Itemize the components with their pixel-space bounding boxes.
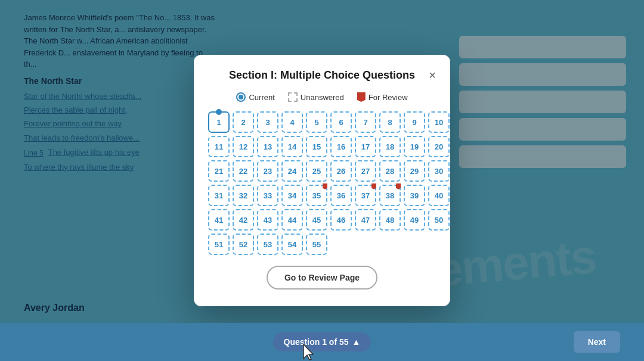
question-cell-11[interactable]: 11 — [208, 136, 230, 157]
question-cell-51[interactable]: 51 — [208, 234, 230, 255]
go-to-review-button[interactable]: Go to Review Page — [267, 266, 377, 290]
question-cell-52[interactable]: 52 — [233, 234, 254, 255]
question-cell-26[interactable]: 26 — [330, 160, 352, 182]
question-cell-45[interactable]: 45 — [306, 209, 327, 231]
question-cell-32[interactable]: 32 — [233, 185, 254, 206]
modal-title: Section I: Multiple Choice Questions — [229, 69, 415, 82]
modal-overlay: Section I: Multiple Choice Questions × C… — [0, 0, 644, 361]
question-cell-29[interactable]: 29 — [404, 160, 425, 182]
question-cell-27[interactable]: 27 — [355, 160, 376, 182]
question-cell-18[interactable]: 18 — [379, 136, 401, 157]
question-cell-37[interactable]: 37 — [355, 185, 376, 206]
question-cell-8[interactable]: 8 — [379, 111, 401, 133]
next-button[interactable]: Next — [574, 331, 620, 353]
question-cell-54[interactable]: 54 — [281, 234, 303, 255]
question-cell-38[interactable]: 38 — [379, 185, 401, 206]
question-cell-4[interactable]: 4 — [281, 111, 303, 133]
question-cell-28[interactable]: 28 — [379, 160, 401, 182]
unanswered-icon — [288, 92, 298, 102]
legend-unanswered-label: Unanswered — [301, 93, 344, 102]
question-cell-47[interactable]: 47 — [355, 209, 376, 231]
question-cell-5[interactable]: 5 — [306, 111, 327, 133]
question-cell-50[interactable]: 50 — [428, 209, 450, 231]
question-cell-16[interactable]: 16 — [330, 136, 352, 157]
question-cell-15[interactable]: 15 — [306, 136, 327, 157]
question-cell-31[interactable]: 31 — [208, 185, 230, 206]
question-cell-55[interactable]: 55 — [306, 234, 327, 255]
question-cell-1[interactable]: 1 — [208, 111, 230, 133]
question-cell-39[interactable]: 39 — [404, 185, 425, 206]
question-grid: 1234567891011121314151617181920212223242… — [208, 111, 436, 255]
question-cell-17[interactable]: 17 — [355, 136, 376, 157]
legend-review-label: For Review — [369, 93, 408, 102]
question-cell-12[interactable]: 12 — [233, 136, 254, 157]
question-cell-22[interactable]: 22 — [233, 160, 254, 182]
question-cell-20[interactable]: 20 — [428, 136, 450, 157]
question-cell-3[interactable]: 3 — [257, 111, 278, 133]
question-cell-44[interactable]: 44 — [281, 209, 303, 231]
question-counter-button[interactable]: Question 1 of 55 ▲ — [273, 332, 371, 351]
question-cell-34[interactable]: 34 — [281, 185, 303, 206]
legend-current: Current — [236, 92, 274, 102]
question-cell-24[interactable]: 24 — [281, 160, 303, 182]
legend: Current Unanswered For Review — [208, 92, 436, 102]
question-cell-43[interactable]: 43 — [257, 209, 278, 231]
question-cell-40[interactable]: 40 — [428, 185, 450, 206]
question-nav-modal: Section I: Multiple Choice Questions × C… — [194, 55, 450, 306]
question-cell-21[interactable]: 21 — [208, 160, 230, 182]
question-cell-49[interactable]: 49 — [404, 209, 425, 231]
question-cell-36[interactable]: 36 — [330, 185, 352, 206]
question-cell-7[interactable]: 7 — [355, 111, 376, 133]
legend-unanswered: Unanswered — [288, 92, 344, 102]
question-cell-35[interactable]: 35 — [306, 185, 327, 206]
legend-current-label: Current — [249, 93, 274, 102]
question-cell-30[interactable]: 30 — [428, 160, 450, 182]
bottom-bar: Question 1 of 55 ▲ Next — [0, 323, 644, 361]
question-cell-13[interactable]: 13 — [257, 136, 278, 157]
question-cell-2[interactable]: 2 — [233, 111, 254, 133]
question-cell-9[interactable]: 9 — [404, 111, 425, 133]
chevron-up-icon: ▲ — [352, 337, 361, 347]
question-cell-33[interactable]: 33 — [257, 185, 278, 206]
question-cell-19[interactable]: 19 — [404, 136, 425, 157]
question-cell-23[interactable]: 23 — [257, 160, 278, 182]
modal-header: Section I: Multiple Choice Questions × — [208, 69, 436, 82]
question-cell-41[interactable]: 41 — [208, 209, 230, 231]
question-cell-46[interactable]: 46 — [330, 209, 352, 231]
question-counter-text: Question 1 of 55 — [284, 337, 349, 347]
review-flag-icon — [357, 92, 366, 102]
question-cell-25[interactable]: 25 — [306, 160, 327, 182]
question-cell-42[interactable]: 42 — [233, 209, 254, 231]
question-cell-6[interactable]: 6 — [330, 111, 352, 133]
modal-close-button[interactable]: × — [429, 69, 436, 81]
current-icon — [236, 92, 246, 102]
question-cell-14[interactable]: 14 — [281, 136, 303, 157]
question-cell-48[interactable]: 48 — [379, 209, 401, 231]
question-cell-10[interactable]: 10 — [428, 111, 450, 133]
question-cell-53[interactable]: 53 — [257, 234, 278, 255]
legend-review: For Review — [357, 92, 408, 102]
